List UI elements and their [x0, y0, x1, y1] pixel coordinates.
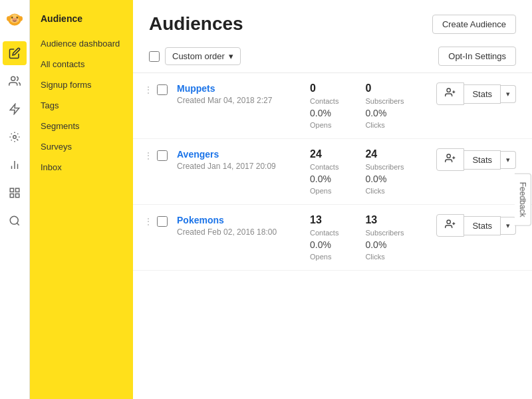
svg-marker-10	[10, 104, 19, 114]
sidebar-nav-item[interactable]: Inbox	[30, 157, 133, 178]
nav-panel: Audience Audience dashboardAll contactsS…	[30, 0, 133, 399]
sidebar-icon-edit[interactable]	[3, 41, 27, 65]
audience-list: ⋮ Muppets Created Mar 04, 2018 2:27 0 Co…	[133, 73, 532, 399]
opt-in-settings-button[interactable]: Opt-In Settings	[438, 47, 516, 66]
audience-name[interactable]: Avengers	[177, 149, 219, 160]
clicks-pct: 0.0%	[365, 108, 404, 118]
sidebar-nav-item[interactable]: Segments	[30, 116, 133, 136]
sidebar-nav-item[interactable]: Tags	[30, 95, 133, 116]
subscribers-count: 13	[365, 214, 404, 226]
logo	[3, 7, 27, 31]
row-checkbox[interactable]	[157, 150, 168, 161]
row-actions: Stats ▾	[436, 214, 516, 237]
audience-created-date: Created Feb 02, 2016 18:00	[177, 227, 310, 237]
sidebar-nav-item[interactable]: Audience dashboard	[30, 33, 133, 54]
select-all-checkbox[interactable]	[149, 51, 160, 62]
opens-label: Opens	[310, 253, 338, 261]
create-audience-button[interactable]: Create Audience	[432, 15, 516, 34]
svg-point-5	[17, 17, 18, 18]
custom-order-chevron: ▾	[229, 51, 233, 61]
audience-info: Muppets Created Mar 04, 2018 2:27	[177, 82, 310, 105]
svg-point-27	[447, 220, 450, 223]
sidebar-nav-item[interactable]: All contacts	[30, 54, 133, 74]
row-checkbox[interactable]	[157, 216, 168, 227]
contacts-label: Contacts	[310, 229, 338, 237]
sidebar-nav-item[interactable]: Signup forms	[30, 74, 133, 95]
opens-label: Opens	[310, 187, 338, 195]
toolbar-left: Custom order ▾	[149, 47, 241, 65]
drag-handle-icon[interactable]: ⋮	[144, 214, 153, 227]
subscribers-stat: 24 Subscribers 0.0% Clicks	[365, 148, 404, 195]
opens-pct: 0.0%	[310, 108, 338, 118]
subscribers-stat: 0 Subscribers 0.0% Clicks	[365, 82, 404, 129]
drag-handle-icon[interactable]: ⋮	[144, 148, 153, 161]
svg-point-24	[447, 154, 450, 158]
contacts-count: 24	[310, 148, 338, 160]
sidebar-icon-campaigns[interactable]	[3, 97, 27, 121]
svg-line-20	[17, 223, 19, 225]
row-checkbox[interactable]	[157, 84, 168, 95]
feedback-tab[interactable]: Feedback	[515, 174, 531, 226]
clicks-pct: 0.0%	[365, 174, 404, 184]
stats-dropdown-button[interactable]: ▾	[501, 85, 516, 103]
subscribers-label: Subscribers	[365, 229, 404, 237]
audience-row: ⋮ Pokemons Created Feb 02, 2016 18:00 13…	[133, 205, 532, 271]
subscribers-stat: 13 Subscribers 0.0% Clicks	[365, 214, 404, 261]
add-contact-button[interactable]	[436, 82, 464, 105]
add-contact-button[interactable]	[436, 214, 464, 237]
audience-created-date: Created Jan 14, 2017 20:09	[177, 162, 310, 171]
svg-point-4	[11, 17, 13, 18]
sidebar-icon-automation[interactable]	[3, 125, 27, 149]
stats-button[interactable]: Stats	[464, 84, 501, 104]
audience-row: ⋮ Muppets Created Mar 04, 2018 2:27 0 Co…	[133, 73, 532, 139]
contacts-stat: 24 Contacts 0.0% Opens	[310, 148, 338, 195]
svg-point-19	[10, 216, 18, 224]
contacts-stat: 0 Contacts 0.0% Opens	[310, 82, 338, 129]
audience-info: Avengers Created Jan 14, 2017 20:09	[177, 148, 310, 171]
audience-name[interactable]: Muppets	[177, 83, 215, 94]
svg-point-21	[447, 88, 450, 92]
sidebar	[0, 0, 30, 399]
main-content: Audiences Create Audience Custom order ▾…	[133, 0, 532, 399]
clicks-pct: 0.0%	[365, 239, 404, 250]
clicks-label: Clicks	[365, 187, 404, 195]
audience-name[interactable]: Pokemons	[177, 215, 224, 225]
add-contact-button[interactable]	[436, 148, 464, 171]
sidebar-nav-item[interactable]: Surveys	[30, 136, 133, 157]
audience-stats: 24 Contacts 0.0% Opens 24 Subscribers 0.…	[310, 148, 436, 195]
toolbar: Custom order ▾ Opt-In Settings	[133, 43, 532, 73]
audience-stats: 13 Contacts 0.0% Opens 13 Subscribers 0.…	[310, 214, 436, 261]
audience-stats: 0 Contacts 0.0% Opens 0 Subscribers 0.0%…	[310, 82, 436, 129]
svg-point-9	[11, 76, 15, 80]
clicks-label: Clicks	[365, 121, 404, 129]
sidebar-icon-integrations[interactable]	[3, 181, 27, 205]
svg-rect-17	[10, 194, 13, 198]
drag-handle-icon[interactable]: ⋮	[144, 82, 153, 95]
opens-label: Opens	[310, 121, 338, 129]
audience-row: ⋮ Avengers Created Jan 14, 2017 20:09 24…	[133, 139, 532, 205]
svg-point-11	[13, 136, 17, 139]
main-header: Audiences Create Audience	[133, 0, 532, 43]
svg-rect-15	[10, 188, 13, 192]
opens-pct: 0.0%	[310, 174, 338, 184]
svg-rect-16	[16, 188, 19, 192]
contacts-stat: 13 Contacts 0.0% Opens	[310, 214, 338, 261]
custom-order-label: Custom order	[172, 51, 225, 61]
stats-dropdown-button[interactable]: ▾	[501, 217, 516, 235]
subscribers-label: Subscribers	[365, 163, 404, 171]
subscribers-label: Subscribers	[365, 97, 404, 105]
clicks-label: Clicks	[365, 253, 404, 261]
row-actions: Stats ▾	[436, 82, 516, 105]
audience-info: Pokemons Created Feb 02, 2016 18:00	[177, 214, 310, 237]
custom-order-button[interactable]: Custom order ▾	[165, 47, 241, 65]
sidebar-icon-contacts[interactable]	[3, 69, 27, 93]
stats-button[interactable]: Stats	[464, 216, 501, 235]
stats-button[interactable]: Stats	[464, 150, 501, 170]
feedback-label: Feedback	[518, 182, 527, 217]
svg-point-7	[7, 16, 11, 21]
subscribers-count: 0	[365, 82, 404, 94]
sidebar-icon-search[interactable]	[3, 209, 27, 233]
stats-dropdown-button[interactable]: ▾	[501, 151, 516, 169]
nav-panel-title: Audience	[30, 7, 133, 33]
sidebar-icon-reports[interactable]	[3, 153, 27, 177]
